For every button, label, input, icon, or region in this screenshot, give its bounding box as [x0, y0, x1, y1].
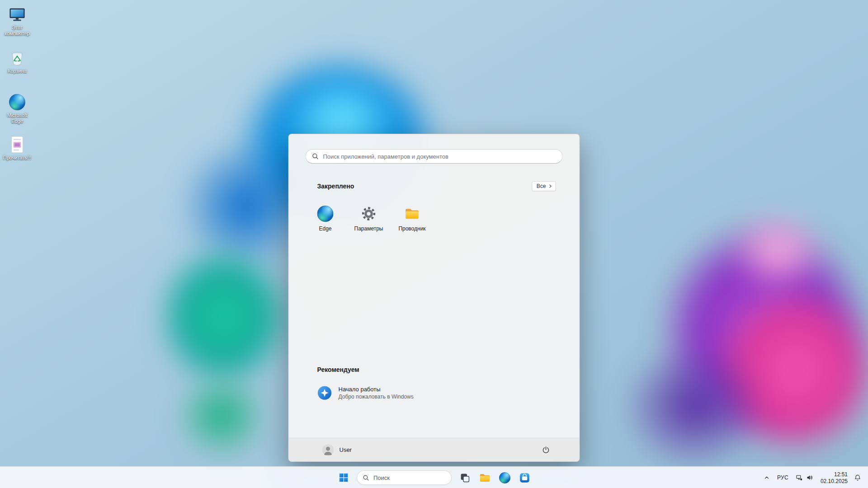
start-menu-search-input[interactable] [323, 153, 557, 160]
pinned-app-label: Edge [319, 225, 331, 232]
pinned-app-label: Параметры [354, 225, 383, 232]
gear-icon [361, 206, 377, 222]
desktop-icon-recycle-bin[interactable]: Корзина [1, 49, 33, 74]
pinned-app-settings[interactable]: Параметры [347, 201, 391, 236]
language-indicator[interactable]: РУС [774, 469, 792, 487]
windows-logo-icon [339, 473, 349, 483]
folder-icon [479, 472, 491, 484]
store-icon [519, 472, 530, 483]
taskbar-file-explorer-button[interactable] [476, 469, 494, 487]
taskbar-search-box[interactable]: Поиск [357, 470, 452, 485]
taskbar-edge-button[interactable] [495, 469, 514, 487]
user-name-label: User [340, 446, 352, 453]
tray-time: 12:51 [834, 471, 848, 478]
network-icon [796, 474, 803, 481]
pinned-section-header: Закреплено [317, 183, 354, 190]
taskbar: Поиск [0, 466, 868, 488]
pinned-all-button[interactable]: Все [532, 181, 556, 191]
folder-icon [404, 206, 420, 222]
clock[interactable]: 12:51 02.10.2025 [817, 469, 851, 487]
task-view-button[interactable] [456, 469, 474, 487]
desktop-icon-label: Microsoft Edge [1, 113, 33, 124]
start-button[interactable] [335, 469, 353, 487]
notification-center-button[interactable] [852, 469, 863, 487]
user-avatar [322, 444, 334, 456]
search-icon [312, 153, 319, 160]
recommended-section-header: Рекомендуем [317, 366, 359, 373]
recommended-item-subtitle: Добро пожаловать в Windows [339, 394, 414, 400]
desktop-icon-label: Корзина [8, 68, 27, 74]
hidden-icons-button[interactable] [760, 469, 773, 487]
pinned-all-label: Все [537, 183, 546, 189]
taskbar-search-placeholder: Поиск [373, 474, 390, 481]
edge-icon [317, 206, 334, 222]
recommended-item-get-started[interactable]: Начало работы Добро пожаловать в Windows [311, 382, 488, 404]
desktop-icon-label: Прочитать!!! [3, 155, 32, 161]
recommended-item-title: Начало работы [339, 386, 414, 393]
pinned-app-edge[interactable]: Edge [304, 201, 347, 236]
chevron-right-icon [548, 184, 553, 188]
bell-icon [854, 474, 861, 481]
task-view-icon [459, 472, 471, 483]
taskbar-store-button[interactable] [515, 469, 533, 487]
tray-date: 02.10.2025 [821, 478, 848, 484]
desktop-icon-this-pc[interactable]: Этот компьютер [1, 5, 33, 37]
readme-file-icon [8, 136, 26, 154]
edge-icon [8, 93, 26, 111]
get-started-icon [317, 385, 332, 400]
start-menu-search-box[interactable] [306, 149, 563, 164]
pinned-apps-grid: Edge Параметры Проводник [304, 201, 434, 236]
user-profile-button[interactable]: User [319, 442, 355, 458]
wallpaper-bloom [592, 316, 796, 488]
desktop-icon-microsoft-edge[interactable]: Microsoft Edge [1, 93, 33, 124]
start-menu: Закреплено Все Edge Параметры [288, 134, 580, 462]
start-menu-footer: User [289, 438, 580, 461]
wallpaper-bloom [705, 190, 850, 312]
power-icon [542, 446, 551, 455]
chevron-up-icon [764, 474, 770, 481]
language-label: РУС [777, 474, 788, 481]
network-volume-button[interactable] [793, 469, 816, 487]
pinned-app-explorer[interactable]: Проводник [391, 201, 434, 236]
volume-icon [806, 474, 813, 481]
power-button[interactable] [538, 442, 554, 458]
wallpaper-bloom [154, 352, 289, 479]
desktop-icon-label: Этот компьютер [1, 25, 33, 37]
edge-icon [499, 472, 510, 483]
desktop-icon-readme[interactable]: Прочитать!!! [1, 136, 33, 161]
recycle-bin-icon [8, 49, 26, 67]
this-pc-icon [8, 5, 26, 23]
search-icon [363, 474, 369, 481]
pinned-app-label: Проводник [398, 225, 425, 232]
